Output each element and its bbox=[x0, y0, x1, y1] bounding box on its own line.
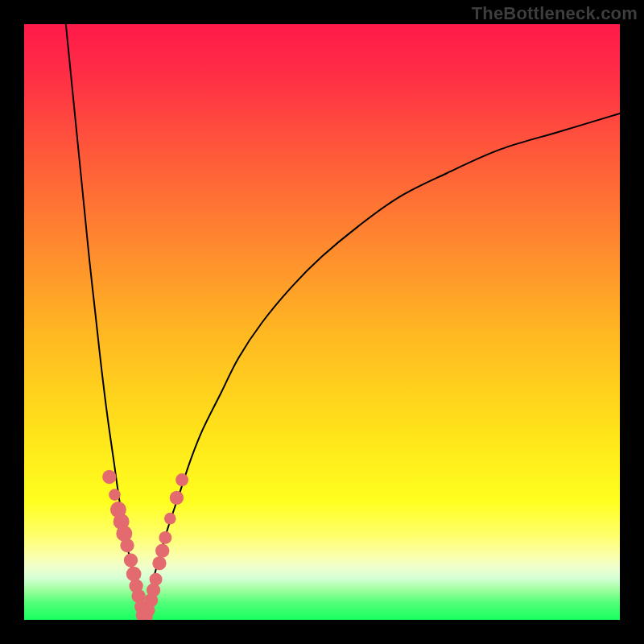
watermark-text: TheBottleneck.com bbox=[472, 3, 638, 24]
series-group bbox=[66, 24, 620, 620]
chart-svg bbox=[24, 24, 620, 620]
marker-dot bbox=[155, 544, 169, 558]
marker-dot bbox=[170, 491, 184, 505]
marker-dot bbox=[109, 489, 121, 501]
marker-dot bbox=[164, 513, 176, 525]
marker-dot bbox=[150, 573, 163, 586]
marker-dot bbox=[159, 531, 171, 544]
marker-dot bbox=[152, 556, 166, 570]
chart-frame: TheBottleneck.com bbox=[0, 0, 644, 644]
marker-dot bbox=[126, 567, 142, 582]
marker-dot bbox=[102, 470, 116, 484]
plot-area bbox=[24, 24, 620, 620]
curve-right-branch bbox=[143, 114, 620, 620]
marker-dot bbox=[120, 539, 134, 552]
marker-dot bbox=[175, 473, 188, 486]
marker-dot bbox=[124, 553, 138, 567]
markers-group bbox=[102, 470, 188, 620]
